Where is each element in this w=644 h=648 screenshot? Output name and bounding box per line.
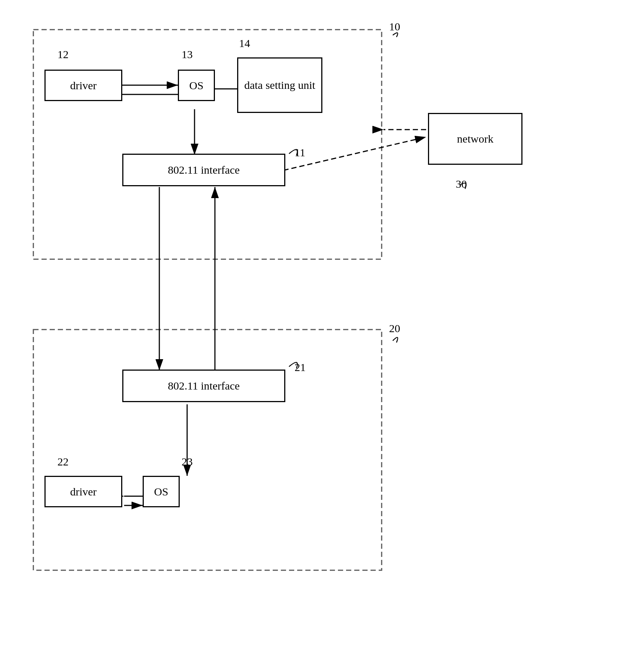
box-data-setting-unit: data setting unit — [237, 57, 322, 113]
label-21: 21 — [295, 361, 306, 374]
label-30: 30 — [456, 178, 467, 190]
box-os-bottom: OS — [143, 476, 180, 507]
label-10: 10 — [389, 20, 400, 33]
label-22: 22 — [57, 455, 69, 468]
diagram: 10 driver OS data setting unit 802.11 in… — [0, 0, 644, 648]
label-13: 13 — [182, 48, 193, 61]
box-interface-top: 802.11 interface — [122, 154, 285, 186]
label-12: 12 — [57, 48, 69, 61]
label-20: 20 — [389, 322, 400, 335]
top-region-border — [33, 30, 382, 259]
box-driver-bottom: driver — [44, 476, 122, 507]
bottom-region-border — [33, 330, 382, 570]
box-os-top: OS — [178, 70, 215, 101]
box-interface-bottom: 802.11 interface — [122, 370, 285, 402]
label-14: 14 — [239, 37, 250, 50]
box-network: network — [428, 113, 522, 165]
label-11: 11 — [295, 146, 305, 159]
label-23: 23 — [182, 455, 193, 468]
box-driver-top: driver — [44, 70, 122, 101]
